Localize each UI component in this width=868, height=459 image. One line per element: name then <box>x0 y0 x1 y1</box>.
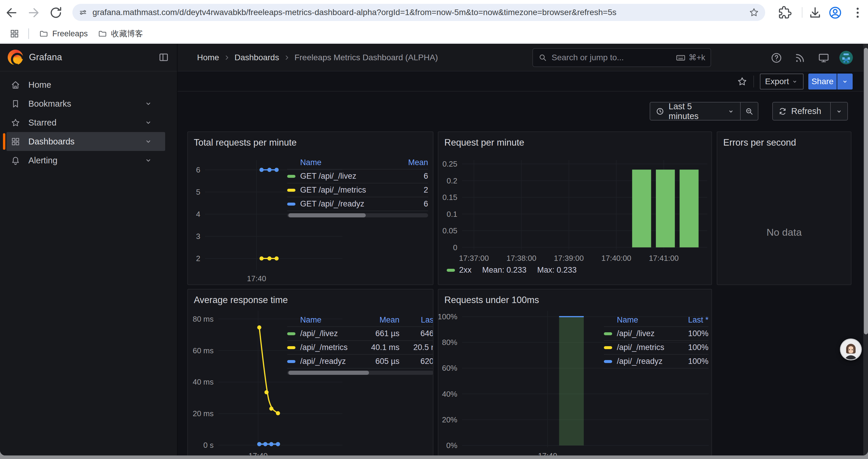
legend-series-name: /api/_/livez <box>300 329 356 338</box>
breadcrumb-item[interactable]: Home <box>197 53 219 62</box>
breadcrumb-item[interactable]: Freeleaps Metrics Dashboard (ALPHA) <box>294 53 438 62</box>
legend-row[interactable]: /api/_/readyz100% <box>604 355 709 369</box>
grafana-header: HomeDashboardsFreeleaps Metrics Dashboar… <box>178 44 868 71</box>
legend-col-mean[interactable]: Mean <box>356 316 399 325</box>
legend-pill <box>287 203 296 205</box>
reload-button[interactable] <box>49 5 63 20</box>
sidebar-item-label: Bookmarks <box>28 99 71 109</box>
back-arrow-icon <box>4 5 19 20</box>
legend-scrollbar[interactable] <box>287 213 428 218</box>
refresh-interval-button[interactable] <box>830 102 847 120</box>
zoom-out-button[interactable] <box>740 102 758 120</box>
page-scrollbar[interactable] <box>863 44 868 455</box>
share-button[interactable]: Share <box>808 73 837 90</box>
time-range-picker[interactable]: Last 5 minutes <box>650 102 740 120</box>
chevron-down-icon <box>727 107 735 115</box>
panel-average-response-time[interactable]: Average response time 80 ms60 ms40 ms20 … <box>187 289 433 455</box>
sidebar-item-bookmarks[interactable]: Bookmarks <box>6 94 165 113</box>
no-data-message: No data <box>717 227 851 238</box>
clock-icon <box>656 107 664 116</box>
scrollbar-thumb[interactable] <box>864 48 868 334</box>
refresh-group: Refresh <box>772 102 848 121</box>
browser-toolbar: grafana.mathmast.com/d/deytv4rwavabkb/fr… <box>0 0 868 25</box>
legend-row[interactable]: GET /api/_/metrics2 <box>287 184 428 197</box>
help-icon[interactable] <box>770 52 783 64</box>
grafana-logo-icon[interactable] <box>8 50 23 65</box>
legend-series-name: /api/_/readyz <box>617 357 671 366</box>
bookmark-item[interactable]: Freeleaps <box>39 29 88 38</box>
bookmark-item[interactable]: 收藏博客 <box>98 28 143 39</box>
legend-row[interactable]: GET /api/_/livez6 <box>287 169 428 184</box>
x-axis-tick: 17:41:00 <box>639 254 689 263</box>
assistant-avatar[interactable] <box>840 338 862 360</box>
legend-col-las[interactable]: Las <box>399 316 433 325</box>
profile-button[interactable] <box>828 5 843 20</box>
x-axis-tick: 17:40 <box>231 274 282 283</box>
y-axis-tick: 60% <box>438 364 457 373</box>
legend-value: 6 <box>395 199 428 208</box>
y-axis-tick: 20 ms <box>187 409 214 418</box>
legend-col-name[interactable]: Name <box>287 316 356 325</box>
y-axis-tick: 0.15 <box>438 193 457 202</box>
y-axis-tick: 0% <box>438 441 457 450</box>
export-button[interactable]: Export <box>760 73 804 90</box>
legend-row[interactable]: /api/_/livez100% <box>604 327 709 341</box>
menu-button[interactable] <box>850 5 865 20</box>
legend-col-last[interactable]: Last * <box>671 316 709 325</box>
legend-scrollbar-thumb[interactable] <box>288 213 366 218</box>
bell-icon <box>11 156 20 165</box>
bookmark-label: 收藏博客 <box>111 28 143 39</box>
bookmark-star-icon[interactable] <box>749 7 759 18</box>
forward-button[interactable] <box>26 5 41 20</box>
legend-col-name[interactable]: Name <box>287 158 395 167</box>
legend: 2xx Mean: 0.233 Max: 0.233 <box>447 266 577 275</box>
sidebar-item-home[interactable]: Home <box>6 75 165 94</box>
site-settings-icon[interactable] <box>78 8 88 17</box>
legend-row[interactable]: /api/_/livez661 µs646 <box>287 327 433 341</box>
legend-mean: Mean: 0.233 <box>482 266 526 275</box>
monitor-icon[interactable] <box>817 52 830 64</box>
collapse-sidebar-icon[interactable] <box>158 52 169 63</box>
legend-pill <box>604 360 612 363</box>
sidebar-item-dashboards[interactable]: Dashboards <box>6 132 165 151</box>
bookmarks-bar: Freeleaps收藏博客 <box>0 25 868 43</box>
legend-row[interactable]: /api/_/readyz605 µs620 <box>287 355 433 369</box>
legend-scrollbar[interactable] <box>287 371 433 375</box>
legend-pill <box>287 360 296 363</box>
legend-series[interactable]: 2xx <box>459 266 471 275</box>
legend-col-mean[interactable]: Mean <box>395 158 428 167</box>
panel-total-requests-per-minute[interactable]: Total requests per minute 6543217:40Name… <box>187 131 433 285</box>
time-range-group: Last 5 minutes <box>650 102 758 121</box>
chevron-down-icon <box>835 107 843 115</box>
extensions-button[interactable] <box>777 5 792 20</box>
bookmarks-items: Freeleaps收藏博客 <box>39 28 153 39</box>
panel-request-per-minute[interactable]: Request per minute 2xx Mean: 0.233 Max: … <box>438 131 712 285</box>
address-bar[interactable]: grafana.mathmast.com/d/deytv4rwavabkb/fr… <box>72 4 765 21</box>
legend-scrollbar-thumb[interactable] <box>288 371 369 375</box>
refresh-button[interactable]: Refresh <box>773 102 830 120</box>
sidebar-item-starred[interactable]: Starred <box>6 113 165 132</box>
back-button[interactable] <box>4 5 19 20</box>
apps-button[interactable] <box>7 26 22 41</box>
downloads-button[interactable] <box>808 5 823 20</box>
chevron-down-icon <box>144 137 152 145</box>
legend-header-row: NameMeanLas <box>287 314 433 327</box>
breadcrumb-item[interactable]: Dashboards <box>235 53 279 62</box>
panel-errors-per-second[interactable]: Errors per second No data <box>717 131 851 285</box>
screenshot-stage: grafana.mathmast.com/d/deytv4rwavabkb/fr… <box>0 0 868 459</box>
x-axis-tick: 17:40 <box>522 451 572 455</box>
share-menu-button[interactable] <box>837 73 852 90</box>
favorite-star-icon[interactable] <box>737 76 747 87</box>
legend-col-name[interactable]: Name <box>604 316 671 325</box>
legend-row[interactable]: GET /api/_/readyz6 <box>287 197 428 211</box>
news-rss-icon[interactable] <box>794 52 806 64</box>
legend-value: 646 <box>399 329 433 338</box>
legend-row[interactable]: /api/_/metrics100% <box>604 341 709 355</box>
legend-header-row: NameMean <box>287 156 428 169</box>
search-input[interactable]: Search or jump to... ⌘+k <box>532 48 711 67</box>
user-avatar[interactable] <box>839 51 853 64</box>
sidebar-item-alerting[interactable]: Alerting <box>6 151 165 170</box>
legend-row[interactable]: /api/_/metrics40.1 ms20.5 r <box>287 341 433 355</box>
panel-requests-under-100ms[interactable]: Requests under 100ms 100%80%60%40%20%0%1… <box>438 289 712 455</box>
refresh-icon <box>778 107 787 116</box>
